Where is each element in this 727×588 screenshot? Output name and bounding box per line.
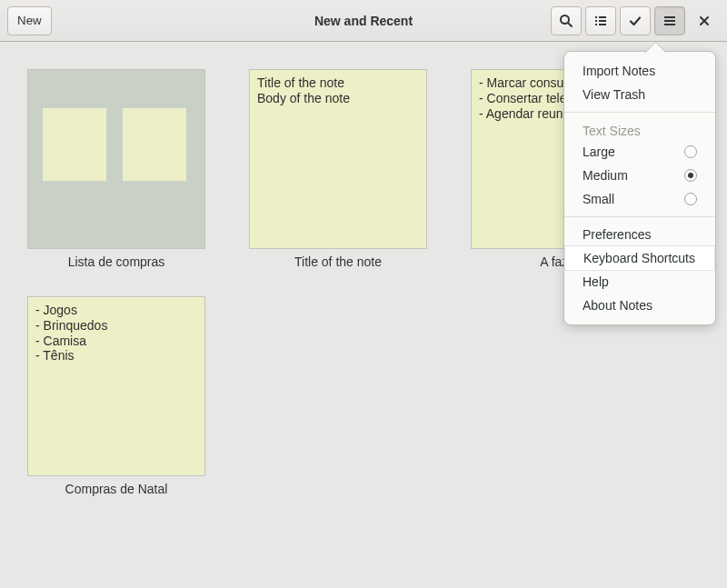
- svg-rect-10: [664, 24, 675, 25]
- menu-item-label: Import Notes: [583, 64, 697, 78]
- radio-icon: [684, 169, 697, 182]
- search-icon: [559, 14, 573, 28]
- svg-rect-8: [664, 16, 675, 18]
- menu-size-large[interactable]: Large: [564, 140, 715, 164]
- svg-rect-5: [599, 20, 606, 22]
- menu-item-label: About Notes: [583, 298, 697, 313]
- menu-separator: [564, 216, 715, 217]
- menu-import-notes[interactable]: Import Notes: [564, 59, 715, 83]
- menu-button[interactable]: [654, 6, 685, 35]
- new-button-label: New: [17, 14, 42, 27]
- menu-view-trash[interactable]: View Trash: [564, 83, 715, 106]
- note-card: Title of the note Body of the note Title…: [249, 69, 427, 269]
- menu-item-label: View Trash: [583, 87, 697, 102]
- search-button[interactable]: [551, 6, 582, 35]
- svg-rect-3: [599, 16, 606, 18]
- hamburger-icon: [662, 14, 677, 28]
- menu-section-header: Text Sizes: [564, 118, 715, 140]
- menu-separator: [564, 112, 715, 113]
- new-button[interactable]: New: [7, 6, 52, 35]
- svg-rect-2: [595, 16, 597, 18]
- note-title: Title of the note: [294, 254, 382, 269]
- notebook-child-icon: [43, 108, 106, 181]
- note-title: Lista de compras: [68, 254, 165, 269]
- check-icon: [628, 14, 642, 28]
- close-button[interactable]: [689, 6, 720, 35]
- list-view-button[interactable]: [585, 6, 616, 35]
- radio-icon: [684, 193, 697, 205]
- menu-keyboard-shortcuts[interactable]: Keyboard Shortcuts: [565, 246, 714, 270]
- menu-item-label: Large: [583, 145, 684, 159]
- menu-preferences[interactable]: Preferences: [564, 223, 715, 246]
- menu-item-label: Small: [583, 192, 684, 206]
- note-preview[interactable]: - Jogos - Brinquedos - Camisa - Tênis: [27, 296, 205, 476]
- menu-size-medium[interactable]: Medium: [564, 164, 715, 187]
- menu-item-label: Help: [583, 274, 697, 289]
- menu-help[interactable]: Help: [564, 270, 715, 294]
- select-mode-button[interactable]: [620, 6, 651, 35]
- svg-rect-4: [595, 20, 597, 22]
- svg-rect-6: [595, 24, 597, 25]
- main-menu-popover: Import Notes View Trash Text Sizes Large…: [563, 51, 716, 325]
- page-title: New and Recent: [0, 14, 727, 28]
- note-title: Compras de Natal: [65, 482, 168, 496]
- note-card-notebook: Lista de compras: [27, 69, 205, 269]
- notebook-child-icon: [123, 108, 186, 181]
- svg-line-1: [568, 23, 572, 26]
- radio-icon: [684, 145, 697, 158]
- list-icon: [593, 14, 608, 28]
- note-preview[interactable]: [27, 69, 205, 249]
- menu-about[interactable]: About Notes: [564, 294, 715, 317]
- menu-item-label: Keyboard Shortcuts: [583, 251, 696, 265]
- menu-size-small[interactable]: Small: [564, 187, 715, 211]
- header-bar: New New and Recent: [0, 0, 727, 42]
- menu-item-label: Preferences: [583, 227, 697, 242]
- note-card: - Jogos - Brinquedos - Camisa - Tênis Co…: [27, 296, 205, 496]
- note-preview[interactable]: Title of the note Body of the note: [249, 69, 427, 249]
- menu-item-label: Medium: [583, 168, 684, 183]
- svg-rect-9: [664, 20, 675, 22]
- svg-rect-7: [599, 24, 606, 25]
- close-icon: [697, 14, 712, 28]
